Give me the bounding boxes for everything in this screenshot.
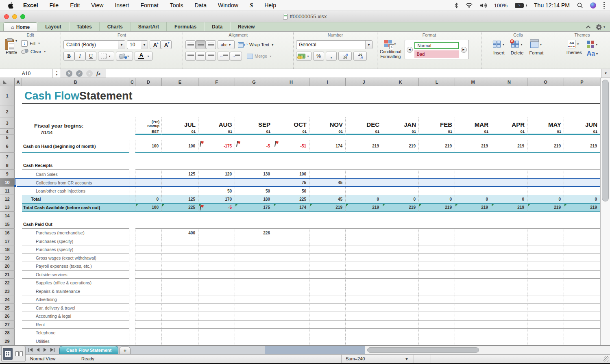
cell-O12[interactable]: 0 [527, 195, 564, 203]
cell-O29[interactable] [527, 337, 564, 345]
cell-P23[interactable] [564, 287, 600, 295]
cell-J9[interactable] [346, 170, 382, 178]
cell-O13[interactable]: 219 [527, 203, 564, 212]
cell-F11[interactable]: 50 [198, 187, 235, 195]
row-header-11[interactable]: 11 [0, 187, 15, 195]
orientation-button[interactable]: abc▾ [218, 40, 235, 49]
cell-E4[interactable]: 01 [162, 129, 198, 135]
merge-button[interactable]: Merge ▾ [247, 54, 272, 59]
cell-J19[interactable] [346, 254, 382, 262]
cell-N14[interactable] [491, 212, 527, 220]
cell-K13[interactable]: 219 [382, 203, 419, 212]
comma-format-button[interactable]: , [326, 52, 337, 61]
horizontal-scrollbar-thumb[interactable] [367, 347, 479, 353]
cell-J18[interactable] [346, 245, 382, 254]
cell-I5[interactable] [309, 135, 346, 140]
cell-K7[interactable] [382, 153, 419, 161]
cell-I3[interactable]: NOV [309, 117, 346, 129]
clear-button[interactable]: Clear ▾ [21, 49, 46, 54]
cell-P8[interactable] [564, 161, 600, 170]
cell-D25[interactable] [135, 304, 162, 312]
decrease-indent-button[interactable]: ← [218, 52, 230, 61]
cell-B14[interactable] [22, 212, 129, 220]
row-header-26[interactable]: 26 [0, 312, 15, 321]
row-header-15[interactable]: 15 [0, 220, 15, 229]
cell-O14[interactable] [527, 212, 564, 220]
cell-A14[interactable] [15, 212, 22, 220]
cell-P13[interactable]: 219 [564, 203, 600, 212]
row-header-4[interactable]: 4 [0, 129, 15, 135]
cell-I25[interactable] [309, 304, 346, 312]
cell-A8[interactable] [15, 161, 22, 170]
cell-E22[interactable] [162, 279, 198, 287]
cell-G20[interactable] [235, 262, 273, 271]
increase-decimal-button[interactable]: ←.0.00 [338, 52, 352, 61]
cell-L2[interactable] [419, 106, 455, 117]
cell-O21[interactable] [527, 271, 564, 279]
cell-I22[interactable] [309, 279, 346, 287]
cell-L21[interactable] [419, 271, 455, 279]
tab-scrollbar-splitter[interactable] [265, 346, 365, 354]
cell-H29[interactable] [273, 337, 309, 345]
cell-A22[interactable] [15, 279, 22, 287]
cell-O10[interactable] [527, 178, 564, 187]
cell-G14[interactable] [235, 212, 273, 220]
cell-O4[interactable]: 01 [527, 129, 564, 135]
cell-C13[interactable] [129, 203, 135, 212]
cell-O18[interactable] [527, 245, 564, 254]
cell-A7[interactable] [15, 153, 22, 161]
cell-L17[interactable] [419, 237, 455, 245]
cell-P14[interactable] [564, 212, 600, 220]
cell-M19[interactable] [455, 254, 491, 262]
volume-icon[interactable] [480, 3, 487, 8]
cell-C20[interactable] [129, 262, 135, 271]
menu-item-tools[interactable]: Tools [164, 2, 189, 9]
cell-L9[interactable] [419, 170, 455, 178]
cell-L3[interactable]: FEB [419, 117, 455, 129]
cell-J22[interactable] [346, 279, 382, 287]
cell-K9[interactable] [382, 170, 419, 178]
cell-K18[interactable] [382, 245, 419, 254]
row-header-18[interactable]: 18 [0, 245, 15, 254]
cell-H22[interactable] [273, 279, 309, 287]
ribbon-tab-smartart[interactable]: SmartArt [131, 22, 167, 31]
cell-A4[interactable] [15, 129, 22, 135]
font-size-select[interactable]: 10 ▼ [127, 40, 148, 49]
cell-D9[interactable] [135, 170, 162, 178]
menu-bar-clock[interactable]: Thu 12:14 PM [534, 2, 570, 9]
cell-A3[interactable] [15, 117, 22, 129]
select-all-corner[interactable] [0, 78, 15, 86]
cell-M22[interactable] [455, 279, 491, 287]
delete-cells-button[interactable]: ✕ ▾ Delete [511, 39, 524, 55]
theme-fonts-button[interactable]: Aa▾ [587, 50, 599, 57]
last-sheet-button[interactable] [50, 348, 54, 352]
col-header-F[interactable]: F [198, 78, 235, 86]
col-header-B[interactable]: B [22, 78, 129, 86]
cell-F12[interactable]: 170 [198, 195, 235, 203]
cell-E19[interactable] [162, 254, 198, 262]
row-header-12[interactable]: 12 [0, 195, 15, 203]
cell-B3[interactable]: Fiscal year begins: [22, 117, 129, 129]
decrease-font-size-button[interactable]: A▼ [161, 40, 172, 49]
cell-D24[interactable] [135, 295, 162, 304]
cell-L13[interactable]: 219 [419, 203, 455, 212]
cell-C21[interactable] [129, 271, 135, 279]
cell-L26[interactable] [419, 312, 455, 321]
cell-F19[interactable] [198, 254, 235, 262]
cell-A6[interactable] [15, 140, 22, 153]
cell-D17[interactable] [135, 237, 162, 245]
cell-D11[interactable] [135, 187, 162, 195]
cell-M17[interactable] [455, 237, 491, 245]
cell-L15[interactable] [419, 220, 455, 229]
ribbon-tab-review[interactable]: Review [230, 22, 262, 31]
cell-A16[interactable] [15, 229, 22, 237]
cell-K14[interactable] [382, 212, 419, 220]
cell-P22[interactable] [564, 279, 600, 287]
cell-C2[interactable] [129, 106, 135, 117]
cell-E5[interactable] [162, 135, 198, 140]
cell-L29[interactable] [419, 337, 455, 345]
cell-N4[interactable]: 01 [491, 129, 527, 135]
cell-K4[interactable]: 01 [382, 129, 419, 135]
row-header-20[interactable]: 20 [0, 262, 15, 271]
themes-button[interactable]: Aa ▾ Themes [566, 39, 582, 57]
